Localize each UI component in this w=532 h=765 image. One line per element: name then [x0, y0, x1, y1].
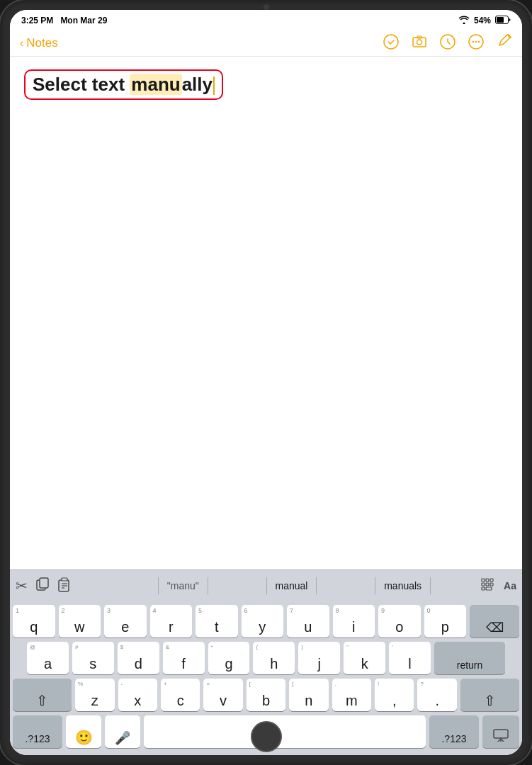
- shift-key[interactable]: ⇧: [13, 679, 72, 711]
- screen: 3:25 PM Mon Mar 29 54%: [10, 10, 522, 755]
- scissors-icon[interactable]: ✂: [16, 577, 28, 594]
- emoji-key[interactable]: 🙂: [66, 715, 101, 748]
- key-t[interactable]: 5t: [196, 605, 238, 638]
- key-q[interactable]: 1q: [13, 605, 55, 638]
- key-p[interactable]: 0p: [424, 605, 467, 638]
- title-highlighted-part: manu: [130, 74, 181, 95]
- key-d[interactable]: $d: [118, 642, 159, 674]
- text-cursor: [213, 76, 215, 95]
- key-i[interactable]: 8i: [333, 605, 375, 638]
- title-after-part: ally: [182, 74, 213, 95]
- svg-point-8: [472, 41, 474, 42]
- autocorrect-suggestions: "manu" manual manuals: [129, 577, 460, 594]
- ac-suggestion-quoted[interactable]: "manu": [158, 577, 208, 594]
- key-j[interactable]: )j: [298, 642, 340, 674]
- copy-icon[interactable]: [35, 577, 50, 595]
- key-x[interactable]: -x: [118, 679, 157, 711]
- ellipsis-icon[interactable]: [468, 34, 484, 52]
- key-r[interactable]: 4r: [150, 605, 193, 638]
- font-size-icon[interactable]: Aa: [504, 580, 516, 591]
- key-w[interactable]: 2w: [59, 605, 101, 638]
- note-content-area[interactable]: Select text manually: [10, 57, 522, 570]
- svg-rect-25: [486, 587, 492, 590]
- svg-rect-22: [486, 583, 489, 586]
- compose-icon[interactable]: [497, 34, 512, 52]
- key-y[interactable]: 6y: [242, 605, 284, 638]
- note-title: Select text manually: [33, 74, 215, 96]
- key-o[interactable]: 9o: [378, 605, 421, 638]
- keyboard-row-2: @a #s $d &f *g (h )j "k 'l return: [13, 642, 519, 674]
- back-chevron-icon: ‹: [20, 37, 23, 50]
- key-u[interactable]: 7u: [287, 605, 329, 638]
- toolbar-actions: [383, 34, 512, 52]
- mic-key[interactable]: 🎤: [105, 715, 140, 748]
- autocorrect-right-icons: Aa: [460, 578, 516, 594]
- key-e[interactable]: 3e: [104, 605, 147, 638]
- key-g[interactable]: *g: [208, 642, 250, 674]
- checkmark-icon[interactable]: [383, 34, 399, 52]
- back-navigation[interactable]: ‹ Notes: [20, 36, 58, 50]
- return-label: return: [457, 659, 483, 671]
- wifi-icon: [458, 16, 470, 26]
- keyboard-row-3: ⇧ %z -x +c =v [b ]n ,m !, ?. ⇧: [13, 679, 519, 711]
- key-exclaim[interactable]: !,: [375, 679, 414, 711]
- spacebar[interactable]: [144, 715, 426, 748]
- key-z[interactable]: %z: [75, 679, 114, 711]
- selected-text-box: Select text manually: [24, 69, 223, 100]
- return-key[interactable]: return: [434, 642, 505, 674]
- svg-rect-1: [497, 17, 504, 23]
- numbers-right-label: .?123: [441, 733, 466, 744]
- keyboard-grid-icon[interactable]: [481, 578, 497, 594]
- svg-point-9: [475, 41, 477, 42]
- hide-keyboard-key[interactable]: [482, 715, 519, 748]
- ac-suggestion-1[interactable]: manual: [266, 577, 317, 594]
- autocorrect-edit-icons: ✂: [16, 577, 129, 595]
- ipad-device: 3:25 PM Mon Mar 29 54%: [0, 0, 532, 765]
- home-button[interactable]: [251, 721, 282, 752]
- camera-icon[interactable]: [412, 34, 427, 52]
- key-question[interactable]: ?.: [417, 679, 456, 711]
- key-m[interactable]: ,m: [332, 679, 371, 711]
- delete-key[interactable]: ⌫: [470, 605, 519, 638]
- numbers-left-key[interactable]: .?123: [13, 715, 62, 748]
- svg-rect-12: [40, 578, 48, 588]
- key-l[interactable]: 'l: [389, 642, 431, 674]
- ac-suggestion-2[interactable]: manuals: [375, 577, 431, 594]
- keyboard-row-1: 1q 2w 3e 4r 5t 6y 7u 8i 9o 0p ⌫: [13, 605, 519, 638]
- key-c[interactable]: +c: [161, 679, 200, 711]
- svg-rect-14: [62, 578, 67, 581]
- shift-right-key[interactable]: ⇧: [460, 679, 519, 711]
- battery-percentage: 54%: [474, 16, 491, 26]
- svg-rect-3: [413, 38, 426, 47]
- autocorrect-bar: ✂: [10, 570, 522, 601]
- key-k[interactable]: "k: [344, 642, 385, 674]
- back-label[interactable]: Notes: [26, 36, 57, 50]
- key-h[interactable]: (h: [253, 642, 295, 674]
- circle-arrow-icon[interactable]: [440, 34, 455, 52]
- status-bar: 3:25 PM Mon Mar 29 54%: [10, 10, 522, 30]
- status-indicators: 54%: [458, 16, 511, 26]
- svg-point-10: [478, 41, 480, 42]
- battery-icon: [495, 16, 511, 26]
- numbers-left-label: .?123: [25, 733, 50, 744]
- key-v[interactable]: =v: [203, 679, 242, 711]
- svg-rect-19: [486, 579, 489, 582]
- hide-keyboard-icon: [493, 729, 509, 744]
- svg-rect-21: [482, 583, 485, 586]
- time: 3:25 PM: [21, 16, 53, 26]
- key-n[interactable]: ]n: [289, 679, 328, 711]
- svg-rect-18: [482, 579, 485, 582]
- key-b[interactable]: [b: [247, 679, 285, 711]
- svg-rect-26: [494, 730, 508, 738]
- svg-rect-23: [490, 583, 493, 586]
- svg-point-4: [417, 40, 422, 45]
- toolbar: ‹ Notes: [10, 30, 522, 57]
- numbers-right-key[interactable]: .?123: [429, 715, 479, 748]
- paste-icon[interactable]: [57, 577, 73, 595]
- camera-dot: [264, 4, 269, 10]
- title-normal-part: Select text: [33, 74, 130, 95]
- key-a[interactable]: @a: [27, 642, 69, 674]
- key-s[interactable]: #s: [72, 642, 114, 674]
- key-f[interactable]: &f: [163, 642, 205, 674]
- svg-rect-24: [482, 587, 485, 590]
